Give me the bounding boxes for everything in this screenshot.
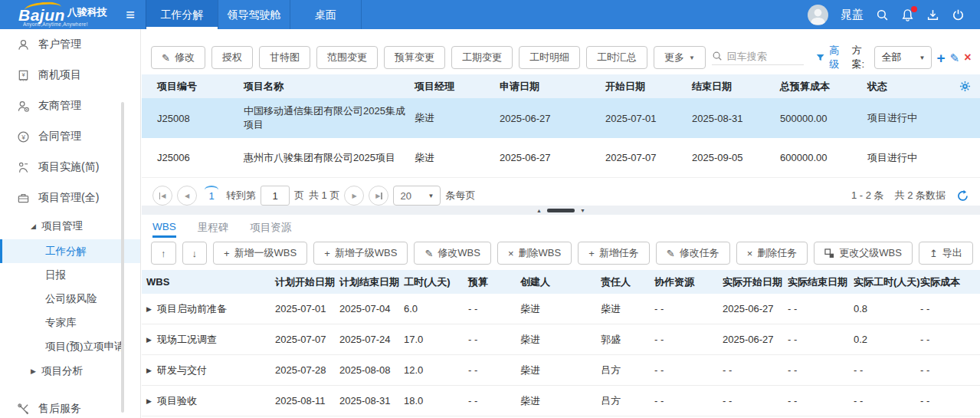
- column-header[interactable]: 项目编号: [157, 80, 244, 94]
- gantt-button[interactable]: 甘特图: [259, 46, 310, 69]
- delete-task-button[interactable]: ×删除任务: [736, 242, 808, 265]
- column-header[interactable]: 计划开始日期: [275, 275, 339, 289]
- sidebar-item-contracts[interactable]: ¥ 合同管理: [0, 121, 140, 152]
- nav-tab-work-breakdown[interactable]: 工作分解: [146, 0, 218, 29]
- download-icon[interactable]: [926, 8, 939, 21]
- arrow-down-icon: ↓: [192, 248, 198, 258]
- column-header[interactable]: 实际结束日期: [788, 275, 854, 289]
- sidebar-group-project-analysis[interactable]: ▶ 项目分析: [0, 358, 140, 384]
- add-level1-wbs-button[interactable]: +新增一级WBS: [213, 242, 307, 265]
- sidebar-item-company-risk[interactable]: 公司级风险: [0, 287, 140, 311]
- refresh-icon[interactable]: [956, 189, 969, 202]
- filter-icon[interactable]: [816, 52, 824, 63]
- sidebar-item-expert-library[interactable]: 专家库: [0, 311, 140, 334]
- sidebar-item-implementation[interactable]: 项目实施(简): [0, 152, 140, 183]
- wbs-row[interactable]: ▶现场工况调查 2025-07-07 2025-07-24 17.0 - - 柴…: [142, 324, 980, 355]
- expand-icon[interactable]: ▶: [146, 397, 152, 405]
- column-header[interactable]: 实际成本: [920, 275, 980, 289]
- page-number-input[interactable]: [261, 186, 290, 206]
- first-page-button[interactable]: ◀: [152, 186, 172, 206]
- authorize-button[interactable]: 授权: [211, 46, 253, 69]
- sidebar-item-project-management[interactable]: 项目管理(全): [0, 183, 140, 213]
- column-header[interactable]: 申请日期: [500, 80, 605, 94]
- last-page-button[interactable]: ▶: [369, 186, 388, 206]
- scheme-select[interactable]: 全部 ▼: [874, 46, 932, 69]
- column-header[interactable]: 总预算成本: [780, 80, 867, 94]
- nav-tab-leader-cockpit[interactable]: 领导驾驶舱: [218, 0, 290, 29]
- splitter-bar[interactable]: [547, 209, 575, 212]
- page-size-select[interactable]: 20 ▼: [393, 186, 441, 206]
- project-row[interactable]: J25008 中国移动通信集团有限公司2025集成项目 柴进 2025-06-2…: [142, 98, 980, 138]
- hours-summary-button[interactable]: 工时汇总: [586, 46, 647, 69]
- column-header[interactable]: 实际开始日期: [723, 275, 788, 289]
- modify-wbs-button[interactable]: ✎修改WBS: [414, 242, 491, 265]
- edit-scheme-icon[interactable]: ✎: [950, 52, 960, 64]
- tab-wbs[interactable]: WBS: [152, 221, 176, 238]
- username[interactable]: 晁盖: [841, 8, 864, 22]
- collapse-up-icon[interactable]: ▲: [536, 208, 542, 213]
- sidebar-item-project-approval[interactable]: 项目(预)立项申请: [0, 334, 140, 358]
- sidebar-item-opportunities[interactable]: ¥ 商机项目: [0, 60, 140, 91]
- sidebar-item-partners[interactable]: 友商管理: [0, 91, 140, 121]
- wbs-row[interactable]: ▶研发与交付 2025-07-28 2025-08-08 12.0 - - 柴进…: [142, 355, 980, 386]
- pencil-icon: ✎: [424, 248, 433, 258]
- sidebar-scrollbar[interactable]: [121, 102, 124, 413]
- column-header[interactable]: 开始日期: [605, 80, 692, 94]
- advanced-link[interactable]: 高级: [829, 44, 845, 71]
- search-input[interactable]: [727, 51, 804, 62]
- sidebar-item-customers[interactable]: 客户管理: [0, 29, 140, 60]
- column-header[interactable]: 项目名称: [244, 80, 415, 94]
- avatar[interactable]: [808, 5, 828, 25]
- prev-page-button[interactable]: ◀: [177, 186, 197, 206]
- tab-project-resources[interactable]: 项目资源: [250, 221, 291, 238]
- move-down-button[interactable]: ↓: [182, 242, 208, 265]
- next-page-button[interactable]: ▶: [344, 186, 364, 206]
- add-scheme-icon[interactable]: +: [936, 51, 945, 65]
- move-up-button[interactable]: ↑: [151, 242, 176, 265]
- sidebar-group-project-management[interactable]: ◢ 项目管理: [0, 213, 140, 239]
- add-task-button[interactable]: +新增任务: [578, 242, 650, 265]
- modify-task-button[interactable]: ✎修改任务: [656, 242, 730, 265]
- budget-change-button[interactable]: 预算变更: [384, 46, 445, 69]
- hours-detail-button[interactable]: 工时明细: [519, 46, 580, 69]
- collapse-down-icon[interactable]: ▼: [580, 208, 585, 213]
- modify-button[interactable]: ✎ 修改: [151, 46, 205, 69]
- column-header[interactable]: 责任人: [601, 275, 654, 289]
- hamburger-icon[interactable]: ≡: [115, 6, 146, 24]
- column-header[interactable]: 工时(人天): [404, 275, 468, 289]
- project-row[interactable]: J25006 惠州市八骏集团有限公司2025项目 柴进 2025-06-27 2…: [142, 138, 980, 178]
- sidebar-item-work-breakdown[interactable]: 工作分解: [0, 239, 140, 263]
- nav-tab-desktop[interactable]: 桌面: [290, 0, 362, 29]
- gear-icon[interactable]: [959, 81, 971, 92]
- export-button[interactable]: ↥导出: [919, 242, 973, 265]
- column-header[interactable]: 项目经理: [415, 80, 500, 94]
- more-button[interactable]: 更多 ▼: [654, 46, 706, 69]
- expand-icon[interactable]: ▶: [146, 305, 152, 313]
- expand-icon[interactable]: ▶: [146, 367, 152, 374]
- column-header[interactable]: WBS: [146, 276, 275, 288]
- delete-scheme-icon[interactable]: ×: [964, 51, 971, 64]
- column-header[interactable]: 协作资源: [654, 275, 723, 289]
- column-header[interactable]: 预算: [468, 275, 520, 289]
- tab-milestone[interactable]: 里程碑: [198, 221, 229, 238]
- delete-wbs-button[interactable]: ×删除WBS: [497, 242, 572, 265]
- bell-icon[interactable]: [901, 8, 914, 21]
- scope-change-button[interactable]: 范围变更: [316, 46, 378, 69]
- wbs-row[interactable]: ▶项目启动前准备 2025-07-01 2025-07-04 6.0 - - 柴…: [142, 294, 980, 324]
- power-icon[interactable]: [952, 8, 965, 21]
- current-page-button[interactable]: 1: [202, 186, 221, 206]
- sidebar-item-daily-report[interactable]: 日报: [0, 263, 140, 287]
- wbs-row[interactable]: ▶项目验收 2025-08-11 2025-08-31 18.0 - - 柴进 …: [142, 386, 980, 416]
- splitter-handle[interactable]: ▲ ▼: [536, 208, 585, 213]
- column-header[interactable]: 计划结束日期: [339, 275, 404, 289]
- duration-change-button[interactable]: 工期变更: [451, 46, 513, 69]
- search-icon[interactable]: [876, 8, 889, 21]
- add-child-wbs-button[interactable]: +新增子级WBS: [313, 242, 408, 265]
- sidebar-item-after-sales[interactable]: 售后服务: [0, 393, 140, 418]
- expand-icon[interactable]: ▶: [146, 336, 152, 344]
- column-header[interactable]: 创建人: [520, 275, 601, 289]
- change-parent-wbs-button[interactable]: 更改父级WBS: [814, 242, 913, 265]
- column-header[interactable]: 结束日期: [692, 80, 780, 94]
- column-header[interactable]: 实际工时(人天): [854, 275, 920, 289]
- arrow-up-icon: ↑: [161, 248, 166, 258]
